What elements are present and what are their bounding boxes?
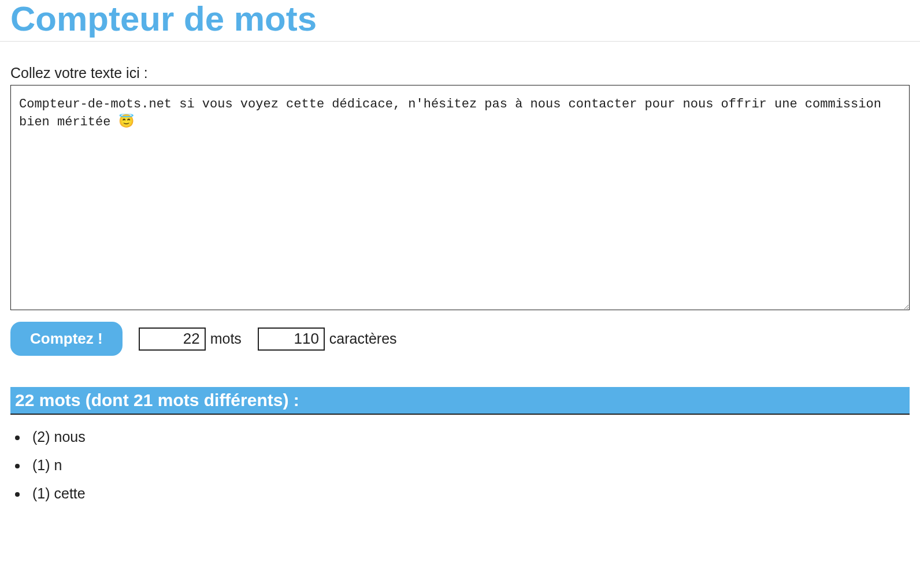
char-count-group: caractères xyxy=(258,328,397,351)
word-count-output xyxy=(139,328,206,351)
char-count-output xyxy=(258,328,325,351)
header: Compteur de mots xyxy=(0,0,920,42)
textarea-label: Collez votre texte ici : xyxy=(10,65,910,81)
list-item: (1) n xyxy=(28,451,910,479)
summary-heading: 22 mots (dont 21 mots différents) : xyxy=(10,387,910,415)
list-item: (2) nous xyxy=(28,423,910,451)
word-count-group: mots xyxy=(139,328,242,351)
word-frequency-list: (2) nous (1) n (1) cette xyxy=(10,423,910,508)
main-content: Collez votre texte ici : Compteur-de-mot… xyxy=(0,42,920,508)
char-count-label: caractères xyxy=(329,330,397,347)
text-input[interactable]: Compteur-de-mots.net si vous voyez cette… xyxy=(10,85,910,310)
word-count-label: mots xyxy=(210,330,242,347)
count-button[interactable]: Comptez ! xyxy=(10,322,123,356)
controls-row: Comptez ! mots caractères xyxy=(10,322,910,356)
page-title: Compteur de mots xyxy=(10,0,910,38)
list-item: (1) cette xyxy=(28,479,910,508)
